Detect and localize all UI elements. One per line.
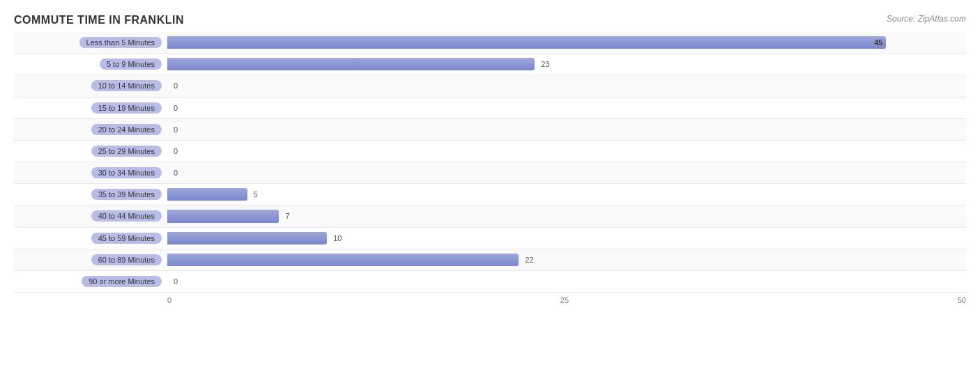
bar-label: 20 to 24 Minutes bbox=[14, 124, 167, 135]
bar-row: 10 to 14 Minutes0 bbox=[14, 75, 966, 97]
bar-row: 40 to 44 Minutes7 bbox=[14, 205, 966, 227]
bar-label: 25 to 29 Minutes bbox=[14, 146, 167, 157]
bar-label-pill: 25 to 29 Minutes bbox=[91, 146, 162, 157]
bar-label: Less than 5 Minutes bbox=[14, 37, 167, 48]
bar-value: 5 bbox=[251, 190, 258, 199]
bar-fill: 23 bbox=[167, 58, 535, 70]
bar-value: 0 bbox=[171, 125, 178, 134]
chart-area: Less than 5 Minutes455 to 9 Minutes2310 … bbox=[14, 32, 966, 313]
bar-label: 45 to 59 Minutes bbox=[14, 233, 167, 244]
bar-track: 0 bbox=[167, 98, 966, 118]
bar-label-pill: 30 to 34 Minutes bbox=[91, 167, 162, 178]
bar-label-pill: Less than 5 Minutes bbox=[79, 37, 162, 48]
bar-row: 90 or more Minutes0 bbox=[14, 271, 966, 293]
bar-value: 0 bbox=[171, 277, 178, 286]
bar-label: 30 to 34 Minutes bbox=[14, 167, 167, 178]
bar-track: 0 bbox=[167, 75, 966, 96]
bar-row: 35 to 39 Minutes5 bbox=[14, 184, 966, 205]
bar-fill: 7 bbox=[167, 210, 279, 222]
bar-label-pill: 10 to 14 Minutes bbox=[91, 80, 162, 91]
bar-track: 0 bbox=[167, 119, 966, 140]
bar-track: 0 bbox=[167, 162, 966, 183]
chart-container: COMMUTE TIME IN FRANKLIN Source: ZipAtla… bbox=[0, 0, 980, 365]
bar-track: 23 bbox=[167, 54, 966, 75]
bar-fill: 22 bbox=[167, 254, 519, 266]
bar-label: 35 to 39 Minutes bbox=[14, 189, 167, 200]
bar-value: 0 bbox=[171, 81, 178, 90]
bar-label: 15 to 19 Minutes bbox=[14, 102, 167, 114]
bar-track: 0 bbox=[167, 141, 966, 162]
bar-label: 90 or more Minutes bbox=[14, 276, 167, 287]
bar-value: 0 bbox=[171, 169, 178, 177]
bar-track: 45 bbox=[167, 32, 966, 53]
bar-track: 22 bbox=[167, 249, 966, 270]
bar-fill: 45 bbox=[167, 36, 886, 49]
bar-track: 7 bbox=[167, 205, 966, 226]
bar-value: 10 bbox=[330, 234, 342, 242]
bar-value: 0 bbox=[171, 147, 178, 155]
bar-value: 0 bbox=[171, 104, 178, 112]
x-tick: 0 bbox=[167, 296, 171, 304]
bar-label: 10 to 14 Minutes bbox=[14, 80, 167, 91]
rows-container: Less than 5 Minutes455 to 9 Minutes2310 … bbox=[14, 32, 966, 293]
bar-row: 5 to 9 Minutes23 bbox=[14, 54, 966, 75]
bar-track: 5 bbox=[167, 184, 966, 205]
bar-row: 45 to 59 Minutes10 bbox=[14, 228, 966, 249]
bar-row: 25 to 29 Minutes0 bbox=[14, 141, 966, 162]
bar-row: 60 to 89 Minutes22 bbox=[14, 249, 966, 271]
bar-label-pill: 90 or more Minutes bbox=[82, 276, 162, 287]
bar-track: 10 bbox=[167, 228, 966, 249]
bar-label: 60 to 89 Minutes bbox=[14, 254, 167, 265]
bar-value: 45 bbox=[874, 38, 882, 47]
bar-label-pill: 15 to 19 Minutes bbox=[91, 102, 162, 114]
bar-label-pill: 45 to 59 Minutes bbox=[91, 233, 162, 244]
bar-label-pill: 20 to 24 Minutes bbox=[91, 124, 162, 135]
chart-title: COMMUTE TIME IN FRANKLIN bbox=[14, 14, 966, 26]
source-label: Source: ZipAtlas.com bbox=[887, 14, 966, 24]
bar-row: 30 to 34 Minutes0 bbox=[14, 162, 966, 184]
bar-label-pill: 60 to 89 Minutes bbox=[91, 254, 162, 265]
bar-fill: 10 bbox=[167, 232, 327, 244]
x-tick: 25 bbox=[560, 296, 569, 304]
bar-label-pill: 5 to 9 Minutes bbox=[100, 59, 162, 70]
bar-label-pill: 35 to 39 Minutes bbox=[91, 189, 162, 200]
bar-row: 15 to 19 Minutes0 bbox=[14, 98, 966, 119]
x-axis: 02550 bbox=[167, 293, 966, 313]
bar-label: 5 to 9 Minutes bbox=[14, 59, 167, 70]
bar-value: 23 bbox=[538, 60, 549, 68]
bar-value: 7 bbox=[282, 212, 289, 220]
bar-label: 40 to 44 Minutes bbox=[14, 210, 167, 222]
bar-fill: 5 bbox=[167, 188, 247, 201]
bar-row: Less than 5 Minutes45 bbox=[14, 32, 966, 54]
bar-value: 22 bbox=[522, 256, 533, 264]
bar-row: 20 to 24 Minutes0 bbox=[14, 119, 966, 141]
x-tick: 50 bbox=[958, 296, 966, 304]
bar-track: 0 bbox=[167, 271, 966, 292]
bar-label-pill: 40 to 44 Minutes bbox=[91, 210, 162, 222]
